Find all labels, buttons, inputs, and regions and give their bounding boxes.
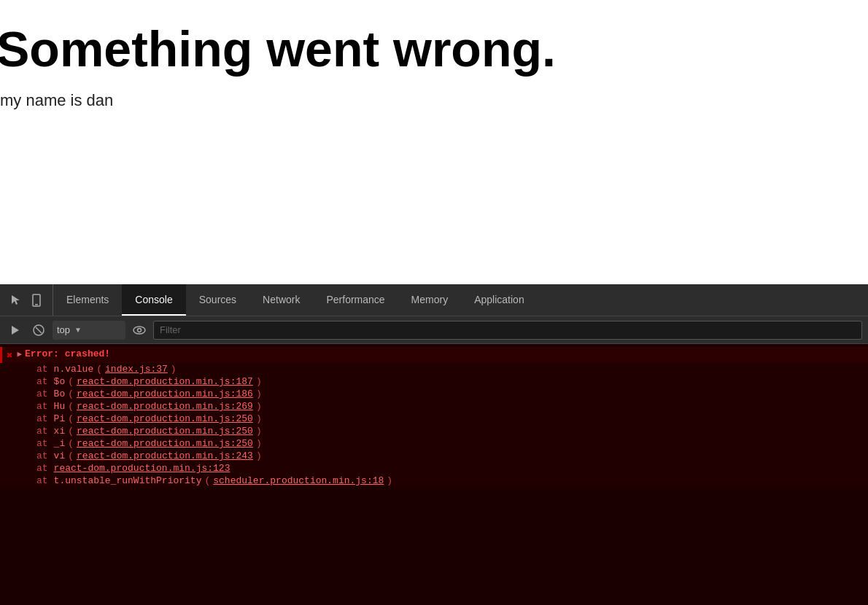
devtools-panel: Elements Console Sources Network Perform… — [0, 284, 868, 605]
cursor-icon[interactable] — [7, 292, 25, 309]
chevron-down-icon: ▼ — [74, 326, 82, 334]
play-button[interactable] — [6, 321, 25, 340]
tab-application[interactable]: Application — [461, 284, 538, 316]
expand-arrow[interactable]: ▶ — [17, 349, 22, 359]
devtools-icon-group-left — [0, 284, 53, 316]
stack-link-5[interactable]: react-dom.production.min.js:250 — [77, 426, 253, 437]
stack-row-7: at vi (react-dom.production.min.js:243) — [0, 450, 868, 462]
devtools-toolbar: top ▼ — [0, 316, 868, 344]
stack-row-9: at t.unstable_runWithPriority (scheduler… — [0, 475, 868, 487]
filter-input-wrapper[interactable] — [153, 321, 862, 340]
error-subtext: my name is dan — [0, 91, 868, 110]
tab-elements[interactable]: Elements — [53, 284, 122, 316]
svg-marker-2 — [12, 326, 19, 335]
error-heading: Something went wrong. — [0, 22, 868, 77]
stack-row-1: at $o (react-dom.production.min.js:187) — [0, 375, 868, 388]
svg-rect-1 — [35, 304, 38, 305]
stack-row-4: at Pi (react-dom.production.min.js:250) — [0, 413, 868, 425]
stack-row-2: at Bo (react-dom.production.min.js:186) — [0, 388, 868, 400]
error-title: Error: crashed! — [25, 348, 110, 359]
stack-row-0: at n.value (index.js:37) — [0, 363, 868, 375]
stack-link-7[interactable]: react-dom.production.min.js:243 — [77, 450, 253, 461]
stack-link-4[interactable]: react-dom.production.min.js:250 — [77, 413, 253, 424]
stack-link-8[interactable]: react-dom.production.min.js:123 — [54, 463, 230, 474]
devtools-tabs: Elements Console Sources Network Perform… — [53, 284, 868, 316]
tab-sources[interactable]: Sources — [186, 284, 249, 316]
tab-console[interactable]: Console — [122, 284, 185, 316]
stack-link-3[interactable]: react-dom.production.min.js:269 — [77, 401, 253, 412]
tab-memory[interactable]: Memory — [398, 284, 462, 316]
error-line: ▶ Error: crashed! — [17, 348, 110, 359]
clear-button[interactable] — [29, 321, 48, 340]
console-output[interactable]: ✖ ▶ Error: crashed! at n.value (index.js… — [0, 344, 868, 605]
tab-performance[interactable]: Performance — [313, 284, 398, 316]
svg-line-4 — [36, 327, 42, 333]
error-icon: ✖ — [7, 349, 12, 362]
stack-row-5: at xi (react-dom.production.min.js:250) — [0, 425, 868, 437]
stack-link-2[interactable]: react-dom.production.min.js:186 — [77, 389, 253, 399]
tab-network[interactable]: Network — [249, 284, 313, 316]
page-content: Something went wrong. my name is dan — [0, 0, 868, 284]
stack-row-6: at _i (react-dom.production.min.js:250) — [0, 437, 868, 450]
stack-link-0[interactable]: index.js:37 — [105, 364, 168, 375]
console-error-row: ✖ ▶ Error: crashed! — [0, 347, 868, 363]
stack-link-1[interactable]: react-dom.production.min.js:187 — [77, 376, 253, 387]
stack-link-9[interactable]: scheduler.production.min.js:18 — [213, 475, 384, 486]
eye-icon[interactable] — [130, 321, 149, 340]
stack-link-6[interactable]: react-dom.production.min.js:250 — [77, 438, 253, 449]
svg-point-6 — [138, 328, 142, 332]
filter-input[interactable] — [160, 324, 856, 335]
devtools-tabbar: Elements Console Sources Network Perform… — [0, 284, 868, 316]
stack-row-8: at react-dom.production.min.js:123 — [0, 462, 868, 475]
context-selector[interactable]: top ▼ — [53, 321, 125, 340]
mobile-icon[interactable] — [28, 292, 45, 309]
stack-row-3: at Hu (react-dom.production.min.js:269) — [0, 400, 868, 413]
svg-point-5 — [133, 327, 145, 334]
context-label: top — [57, 324, 70, 335]
